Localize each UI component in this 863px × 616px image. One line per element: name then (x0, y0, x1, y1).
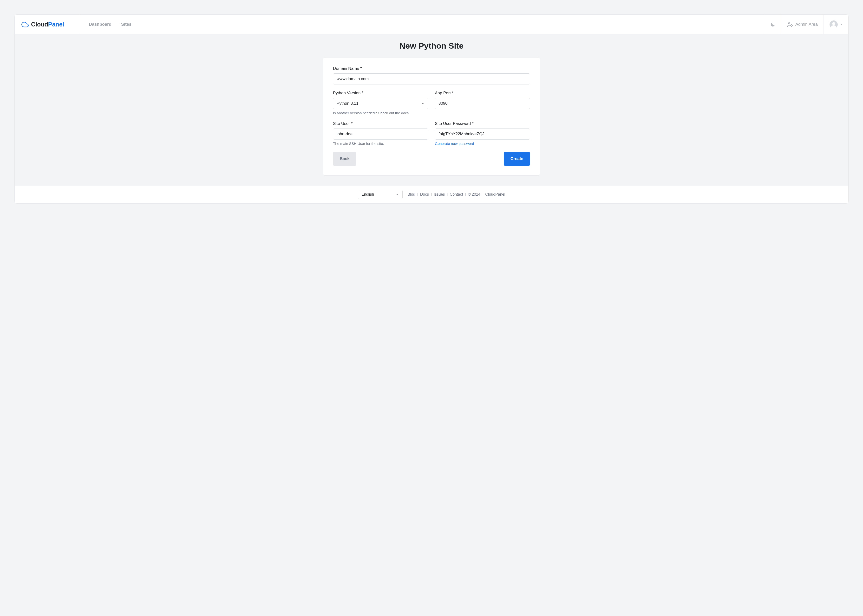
brand-part2: Panel (48, 21, 64, 28)
footer-blog-link[interactable]: Blog (408, 192, 415, 196)
chevron-down-icon (395, 193, 399, 196)
admin-icon (787, 22, 793, 27)
footer-issues-link[interactable]: Issues (434, 192, 445, 196)
python-version-label: Python Version * (333, 91, 428, 96)
site-user-input[interactable] (333, 129, 428, 140)
site-user-password-input[interactable] (435, 129, 530, 140)
avatar-icon (830, 20, 838, 28)
user-menu[interactable] (824, 15, 848, 34)
cloud-icon (21, 21, 29, 28)
site-user-password-label: Site User Password * (435, 121, 530, 126)
app-port-input[interactable] (435, 98, 530, 109)
form-card: Domain Name * Python Version * Python 3.… (323, 57, 540, 176)
footer: English Blog | Docs | Issues | Contact |… (15, 185, 848, 203)
create-button[interactable]: Create (504, 152, 530, 166)
caret-down-icon (840, 24, 843, 25)
footer-docs-link[interactable]: Docs (420, 192, 429, 196)
site-user-hint: The main SSH User for the site. (333, 141, 428, 146)
admin-area-label: Admin Area (795, 22, 818, 27)
nav-dashboard[interactable]: Dashboard (89, 22, 112, 27)
svg-point-0 (788, 23, 790, 24)
site-user-label: Site User * (333, 121, 428, 126)
admin-area-link[interactable]: Admin Area (781, 15, 824, 34)
theme-toggle[interactable] (764, 15, 781, 34)
generate-password-link[interactable]: Generate new password (435, 141, 530, 146)
python-version-hint: Is another version needed? Check out the… (333, 111, 428, 115)
topbar: CloudPanel Dashboard Sites Admin Area (15, 15, 848, 35)
page-title: New Python Site (15, 41, 848, 50)
chevron-down-icon (421, 102, 425, 105)
domain-name-input[interactable] (333, 73, 530, 85)
moon-icon (770, 22, 775, 27)
language-value: English (361, 192, 374, 196)
main-nav: Dashboard Sites (79, 15, 764, 34)
brand-part1: Cloud (31, 21, 48, 28)
footer-brand: CloudPanel (485, 192, 505, 196)
footer-contact-link[interactable]: Contact (450, 192, 463, 196)
back-button[interactable]: Back (333, 152, 356, 166)
python-version-value: Python 3.11 (337, 101, 359, 106)
brand-logo[interactable]: CloudPanel (15, 15, 79, 34)
python-version-select[interactable]: Python 3.11 (333, 98, 428, 109)
language-select[interactable]: English (358, 190, 403, 199)
footer-copyright: © 2024 (468, 192, 480, 196)
nav-sites[interactable]: Sites (121, 22, 131, 27)
app-port-label: App Port * (435, 91, 530, 96)
domain-name-label: Domain Name * (333, 66, 530, 71)
